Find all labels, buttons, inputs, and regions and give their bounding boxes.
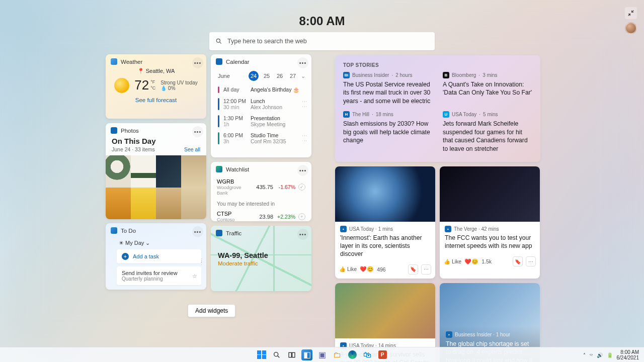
add-icon[interactable]: + [298, 213, 305, 220]
search-box[interactable]: Type here to search the web [209, 32, 435, 50]
card-more-button[interactable]: ⋯ [526, 256, 536, 266]
collapse-icon [627, 10, 634, 17]
calendar-event[interactable]: 1:30 PM1h PresentationSkype Meeting [211, 113, 311, 130]
tray-chevron-icon[interactable]: ˄ [583, 352, 586, 358]
calendar-day[interactable]: 25 [262, 71, 272, 81]
calendar-day[interactable]: 27 [288, 71, 298, 81]
add-task-button[interactable]: + Add a task [117, 249, 201, 263]
calendar-icon [216, 58, 222, 65]
top-story[interactable]: HThe Hill · 18 mins Slash emissions by 2… [343, 111, 433, 153]
drag-handle-icon[interactable]: ⋮⋮ [199, 259, 204, 264]
weather-temp: 72°F °C [134, 77, 155, 93]
drag-handle-icon[interactable]: ⋮⋮ [302, 99, 307, 109]
calendar-day[interactable]: 24 [249, 71, 259, 81]
todo-more-button[interactable]: ••• [192, 226, 203, 237]
see-full-forecast-link[interactable]: See full forecast [106, 93, 206, 103]
stock-row[interactable]: CTSPContoso 23.98 +2.23% + [211, 209, 311, 224]
source-icon: H [343, 111, 350, 118]
traffic-title: Traffic [226, 230, 242, 236]
volume-icon[interactable]: 🔊 [597, 352, 603, 358]
photos-grid[interactable] [106, 155, 206, 219]
my-day-selector[interactable]: ☀ My Day ⌄ [106, 238, 206, 249]
photos-more-button[interactable]: ••• [192, 126, 203, 137]
source-icon: BI [343, 72, 350, 78]
photos-headline: On This Day [106, 137, 206, 145]
tray-clock[interactable]: 8:00 AM 6/24/2021 [617, 349, 639, 360]
ellipsis-icon: ••• [194, 60, 202, 66]
user-avatar[interactable] [625, 22, 637, 34]
battery-icon[interactable]: 🔋 [607, 352, 613, 358]
store-button[interactable]: 🛍 [362, 349, 373, 360]
plus-icon: + [122, 253, 129, 260]
powerpoint-icon: P [378, 350, 387, 359]
windows-icon [257, 350, 266, 359]
search-icon [273, 351, 281, 359]
watchlist-widget[interactable]: Watchlist ••• WGRBWoodgrove Bank 435.75 … [211, 162, 311, 221]
top-story[interactable]: BBloomberg · 3 mins A Quant's Take on In… [443, 72, 532, 105]
source-icon: B [443, 72, 449, 78]
ellipsis-icon: ••• [299, 60, 307, 66]
task-view-icon [288, 351, 296, 359]
calendar-more-button[interactable]: ••• [297, 57, 308, 68]
calendar-day[interactable]: 26 [275, 71, 285, 81]
calendar-month: June [218, 73, 230, 79]
news-card[interactable]: •USA Today · 1 mins 'Innermost': Earth h… [335, 166, 435, 279]
search-placeholder: Type here to search the web [227, 38, 307, 45]
add-widgets-button[interactable]: Add widgets [188, 304, 235, 317]
sun-icon [114, 78, 129, 93]
news-card[interactable]: •The Verge · 42 mins The FCC wants you t… [440, 166, 540, 279]
photos-widget[interactable]: Photos ••• On This Day June 24 · 33 item… [106, 123, 206, 219]
task-view-button[interactable] [286, 349, 297, 360]
traffic-status: Moderate traffic [211, 259, 311, 267]
weather-location: 📍 Seattle, WA [106, 68, 206, 74]
clock: 8:00 AM [0, 0, 644, 28]
check-icon[interactable]: ✓ [298, 184, 305, 191]
bookmark-button[interactable]: 🔖 [408, 264, 418, 275]
drag-handle-icon[interactable]: ⋮⋮ [302, 133, 307, 143]
traffic-widget[interactable]: Traffic ••• WA-99, Seattle Moderate traf… [211, 226, 311, 291]
top-story[interactable]: UUSA Today · 5 mins Jets forward Mark Sc… [443, 111, 532, 153]
task-subtitle: Quarterly planning [122, 276, 163, 282]
svg-rect-3 [292, 352, 295, 357]
search-button[interactable] [271, 349, 282, 360]
calendar-widget[interactable]: Calendar ••• June 24 25 26 27 ⌄ All day … [211, 54, 311, 157]
reactions-icon: ❤️😊 [360, 266, 374, 273]
powerpoint-button[interactable]: P [377, 349, 388, 360]
calendar-event[interactable]: 6:00 PM3h Studio TimeConf Rm 32/35 ⋮⋮ [211, 130, 311, 147]
stock-row[interactable]: WGRBWoodgrove Bank 435.75 -1.67% ✓ [211, 176, 311, 198]
top-story[interactable]: BIBusiness Insider · 2 hours The US Post… [343, 72, 433, 105]
collapse-button[interactable] [625, 7, 637, 19]
calendar-event[interactable]: 12:00 PM30 min LunchAlex Johnson ⋮⋮ [211, 96, 311, 113]
ellipsis-icon: ••• [299, 231, 307, 237]
widgets-button[interactable]: ◧ [301, 349, 312, 360]
weather-more-button[interactable]: ••• [192, 57, 203, 68]
calendar-event[interactable]: All day Angela's Birthday 🎂 [211, 84, 311, 96]
wifi-icon[interactable]: ⌔ [590, 352, 593, 358]
todo-icon [111, 227, 117, 234]
star-icon[interactable]: ☆ [192, 273, 197, 279]
weather-title: Weather [121, 59, 142, 65]
start-button[interactable] [256, 349, 267, 360]
chat-button[interactable]: ▣ [316, 349, 328, 360]
bookmark-button[interactable]: 🔖 [513, 256, 523, 266]
news-image [335, 283, 435, 338]
card-more-button[interactable]: ⋯ [421, 264, 431, 275]
like-button[interactable]: 👍 Like [444, 258, 461, 265]
task-title: Send invites for review [122, 270, 178, 276]
watchlist-more-button[interactable]: ••• [297, 165, 308, 176]
todo-widget[interactable]: To Do ••• ☀ My Day ⌄ + Add a task Send i… [106, 223, 206, 290]
weather-widget[interactable]: Weather ••• 📍 Seattle, WA 72°F °C Strong… [106, 54, 206, 119]
ellipsis-icon: ••• [194, 129, 202, 135]
edge-button[interactable] [347, 349, 358, 360]
weather-icon [111, 58, 117, 65]
photos-title: Photos [121, 128, 139, 134]
photos-see-all-link[interactable]: See all [184, 146, 200, 152]
reactions-icon: ❤️😊 [464, 258, 478, 265]
chevron-down-icon[interactable]: ⌄ [301, 73, 305, 79]
watchlist-icon [216, 166, 222, 172]
file-explorer-button[interactable]: 🗀 [332, 349, 343, 360]
traffic-more-button[interactable]: ••• [297, 229, 308, 240]
like-button[interactable]: 👍 Like [339, 266, 357, 273]
task-item[interactable]: Send invites for review Quarterly planni… [117, 266, 201, 285]
top-stories-heading: TOP STORIES [343, 62, 532, 68]
